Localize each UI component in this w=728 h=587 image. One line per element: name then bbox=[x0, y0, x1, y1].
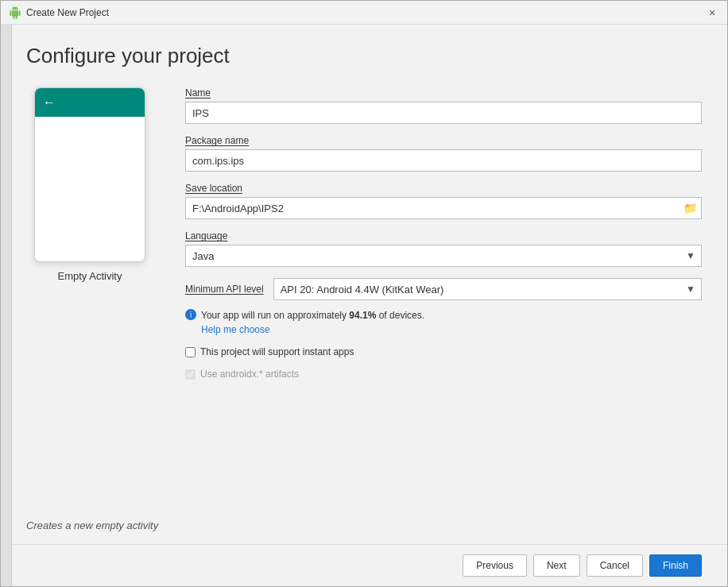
page-title: Configure your project bbox=[26, 44, 702, 68]
title-bar: Create New Project × bbox=[1, 1, 727, 25]
left-panel: ← Empty Activity bbox=[26, 87, 153, 513]
package-group: Package name bbox=[185, 135, 702, 172]
save-location-input[interactable] bbox=[185, 197, 702, 219]
language-select-wrapper: Java Kotlin ▼ bbox=[185, 245, 702, 267]
language-group: Language Java Kotlin ▼ bbox=[185, 230, 702, 267]
previous-button[interactable]: Previous bbox=[463, 554, 527, 577]
instant-apps-checkbox[interactable] bbox=[185, 347, 196, 357]
help-link[interactable]: Help me choose bbox=[201, 324, 702, 335]
language-select[interactable]: Java Kotlin bbox=[185, 245, 702, 267]
folder-icon[interactable]: 📁 bbox=[683, 202, 697, 214]
android-icon bbox=[9, 6, 21, 19]
info-container: i Your app will run on approximately 94.… bbox=[185, 311, 702, 335]
next-button[interactable]: Next bbox=[533, 554, 580, 577]
name-input[interactable] bbox=[185, 102, 702, 124]
save-location-label: Save location bbox=[185, 183, 702, 194]
name-group: Name bbox=[185, 87, 702, 124]
back-arrow-icon: ← bbox=[43, 95, 56, 110]
save-location-group: Save location 📁 bbox=[185, 183, 702, 219]
package-label: Package name bbox=[185, 135, 702, 146]
title-bar-title: Create New Project bbox=[26, 7, 109, 18]
info-text: Your app will run on approximately 94.1%… bbox=[201, 308, 424, 322]
instant-apps-label: This project will support instant apps bbox=[200, 346, 354, 357]
language-label: Language bbox=[185, 230, 702, 241]
api-level-select[interactable]: API 20: Android 4.4W (KitKat Wear) API 2… bbox=[273, 278, 702, 300]
info-row: i Your app will run on approximately 94.… bbox=[185, 308, 702, 322]
androidx-checkbox bbox=[185, 369, 196, 380]
phone-preview: ← bbox=[34, 87, 145, 262]
close-button[interactable]: × bbox=[705, 6, 719, 20]
name-label: Name bbox=[185, 87, 702, 98]
dialog-content: Configure your project ← Empty Activity … bbox=[1, 25, 727, 544]
description-text: Creates a new empty activity bbox=[26, 519, 702, 531]
title-bar-left: Create New Project bbox=[9, 6, 109, 19]
create-project-dialog: Create New Project × Configure your proj… bbox=[0, 0, 728, 587]
phone-body bbox=[35, 117, 145, 262]
phone-header: ← bbox=[35, 88, 145, 117]
save-location-input-wrapper: 📁 bbox=[185, 197, 702, 219]
api-level-label: Minimum API level bbox=[185, 284, 264, 295]
androidx-label: Use androidx.* artifacts bbox=[200, 369, 299, 380]
instant-apps-row: This project will support instant apps bbox=[185, 346, 702, 357]
info-icon: i bbox=[185, 309, 196, 320]
sidebar-edge bbox=[1, 25, 12, 586]
main-area: ← Empty Activity Name Package name bbox=[26, 87, 702, 513]
finish-button[interactable]: Finish bbox=[649, 554, 702, 577]
package-input[interactable] bbox=[185, 149, 702, 172]
right-panel: Name Package name Save location 📁 bbox=[185, 87, 702, 513]
api-level-row: Minimum API level API 20: Android 4.4W (… bbox=[185, 278, 702, 300]
cancel-button[interactable]: Cancel bbox=[587, 554, 643, 577]
api-select-wrapper: API 20: Android 4.4W (KitKat Wear) API 2… bbox=[273, 278, 702, 300]
activity-label: Empty Activity bbox=[58, 270, 122, 282]
androidx-row: Use androidx.* artifacts bbox=[185, 369, 702, 380]
footer: Previous Next Cancel Finish bbox=[1, 544, 727, 586]
